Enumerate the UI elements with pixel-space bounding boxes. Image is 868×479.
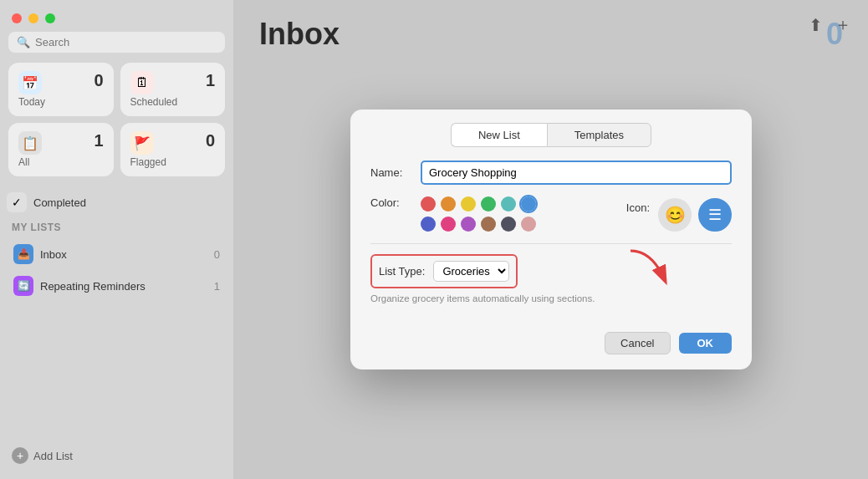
modal-footer: Cancel OK [350,332,752,369]
flagged-count: 0 [206,131,215,150]
search-icon: 🔍 [17,36,30,48]
list-type-row: List Type: Groceries Standard Shopping [370,254,518,288]
smart-lists: 📅 0 Today 🗓 1 Scheduled 📋 1 [0,63,233,186]
my-lists-section-title: My Lists [0,218,233,238]
color-pink[interactable] [441,217,456,232]
add-list-button[interactable]: + Add List [0,441,233,471]
repeating-icon: 🔄 [18,280,30,292]
name-label: Name: [370,166,412,179]
inbox-icon: 📥 [18,248,30,260]
modal-body: Name: Color: [350,147,752,332]
tab-templates[interactable]: Templates [547,123,651,147]
repeating-count: 1 [214,280,220,293]
modal-tabs: New List Templates [350,110,752,147]
my-lists: 📥 Inbox 0 🔄 Repeating Reminders 1 [0,238,233,441]
scheduled-icon: 🗓 [135,75,149,90]
inbox-name: Inbox [40,248,207,261]
today-icon: 📅 [22,75,38,91]
smart-list-scheduled[interactable]: 🗓 1 Scheduled [120,63,226,116]
traffic-lights [0,8,233,32]
smart-list-all[interactable]: 📋 1 All [8,123,114,176]
scheduled-count: 1 [206,71,215,90]
cancel-button[interactable]: Cancel [605,332,670,354]
inbox-count: 0 [214,248,220,261]
color-yellow[interactable] [461,196,476,211]
icon-label: Icon: [626,198,650,214]
completed-icon: ✓ [12,196,22,209]
icon-emoji[interactable]: 😊 [658,198,692,232]
color-green[interactable] [481,196,496,211]
list-item-repeating[interactable]: 🔄 Repeating Reminders 1 [7,270,227,302]
search-bar[interactable]: 🔍 [8,32,225,53]
modal-overlay: New List Templates Name: Color: [234,0,868,479]
list-item-inbox[interactable]: 📥 Inbox 0 [7,238,227,270]
all-count: 1 [94,131,103,150]
add-list-icon: + [12,447,28,464]
maximize-button[interactable] [45,13,55,23]
list-type-description: Organize grocery items automatically usi… [370,293,732,303]
color-blue[interactable] [521,196,536,211]
icon-list[interactable]: ☰ [698,198,732,232]
list-type-select[interactable]: Groceries Standard Shopping [433,261,509,282]
color-darkgray[interactable] [501,217,516,232]
color-lightpink[interactable] [521,217,536,232]
flagged-icon: 🚩 [134,135,151,151]
ok-button[interactable]: OK [679,333,733,354]
color-teal[interactable] [501,196,516,211]
flagged-label: Flagged [130,156,216,168]
close-button[interactable] [12,13,22,23]
smart-list-completed[interactable]: ✓ Completed [0,186,233,218]
minimize-button[interactable] [28,13,38,23]
new-list-modal: New List Templates Name: Color: [350,110,752,369]
color-indigo[interactable] [421,217,436,232]
completed-label: Completed [33,196,227,209]
all-label: All [18,156,104,168]
smart-list-today[interactable]: 📅 0 Today [8,63,114,116]
color-brown[interactable] [481,217,496,232]
color-row: Color: [370,196,626,232]
repeating-name: Repeating Reminders [40,280,207,293]
search-input[interactable] [35,36,217,48]
sidebar: 🔍 📅 0 Today 🗓 1 Scheduled [0,0,234,479]
name-row: Name: [370,161,732,185]
today-count: 0 [94,71,103,90]
divider [370,243,732,244]
add-list-label: Add List [33,450,73,462]
all-icon: 📋 [22,135,38,151]
main-content: Inbox 0 ⬆ ＋ New List Templates Name: [234,0,868,479]
tab-new-list[interactable]: New List [451,123,547,147]
color-red[interactable] [421,196,436,211]
color-label: Color: [370,196,412,209]
scheduled-label: Scheduled [130,96,216,108]
icon-options: 😊 ☰ [658,198,732,232]
list-type-label: List Type: [379,265,425,278]
color-purple[interactable] [461,217,476,232]
smart-list-flagged[interactable]: 🚩 0 Flagged [120,123,226,176]
color-orange[interactable] [441,196,456,211]
name-input[interactable] [421,161,732,185]
today-label: Today [18,96,104,108]
